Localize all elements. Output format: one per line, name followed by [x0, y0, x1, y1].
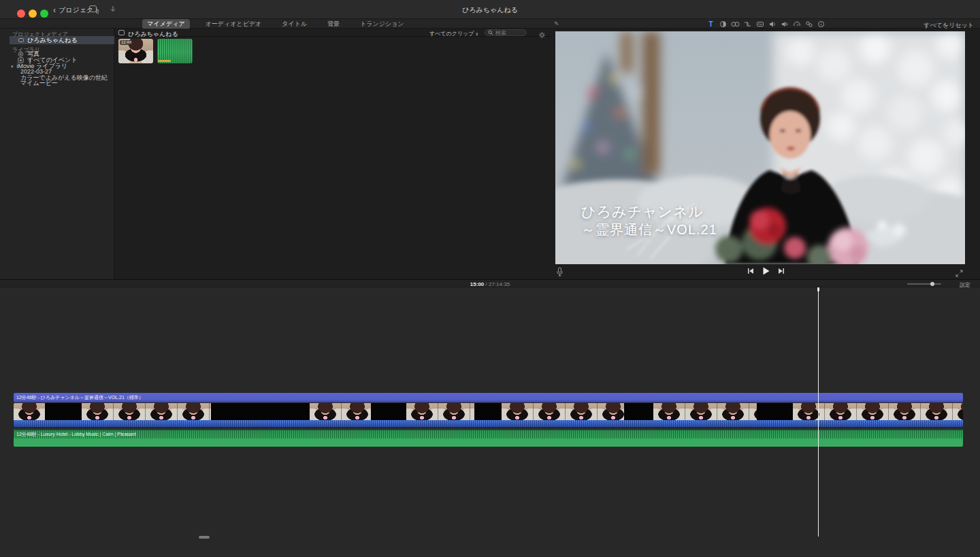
- title-line-2: ～霊界通信～VOL.21: [581, 221, 717, 238]
- filmstrip-thumbnail: [793, 403, 825, 420]
- background-music-clip[interactable]: 12分48秒 - Luxury Hotel - Lobby Music | Ca…: [14, 429, 963, 447]
- filmstrip-thumbnail: [310, 403, 342, 420]
- filmstrip-thumbnail: [438, 403, 470, 420]
- filmstrip-segment: [653, 403, 757, 420]
- imovie-window: ‹ プロジェクト 2 ひろみちゃんねる マイメディア オーディオとビデオ タイト…: [0, 0, 980, 557]
- filmstrip-thumbnail: [82, 403, 114, 420]
- video-audio-waveform: [14, 420, 963, 427]
- clip-duration-badge: 12:48: [120, 40, 133, 45]
- color-balance-icon[interactable]: [719, 20, 728, 28]
- filmstrip-thumbnail: [825, 403, 857, 420]
- filmstrip-gap: [45, 403, 82, 420]
- viewer-title-overlay: ひろみチャンネル ～霊界通信～VOL.21: [581, 203, 717, 238]
- title-clip[interactable]: 12分48秒 - ひろみチャンネル～霊界通信～VOL.21（標準）: [14, 393, 963, 402]
- filmstrip-gap: [474, 403, 502, 420]
- color-correction-icon[interactable]: [731, 20, 740, 28]
- skip-forward-icon[interactable]: [777, 267, 786, 275]
- sidebar-label: マイムービー: [20, 79, 58, 88]
- timecode-total: / 27:14:35: [486, 281, 510, 287]
- playhead[interactable]: [818, 287, 819, 537]
- music-waveform: [14, 429, 963, 439]
- media-tabs: マイメディア オーディオとビデオ タイトル 背景 トランジション: [0, 19, 551, 29]
- filmstrip-thumbnail: [653, 403, 685, 420]
- search-input[interactable]: [495, 30, 523, 36]
- project-clip-icon: [18, 37, 24, 44]
- info-icon[interactable]: [817, 20, 826, 28]
- filmstrip-thumbnail: [566, 403, 598, 420]
- settings-gear-icon[interactable]: [538, 29, 546, 37]
- timecode-current: 15:00: [470, 281, 484, 287]
- filmstrip-thumbnail: [342, 403, 371, 420]
- noise-reduction-icon[interactable]: [780, 20, 789, 28]
- play-icon[interactable]: [761, 267, 770, 275]
- title-line-1: ひろみチャンネル: [581, 203, 717, 221]
- filmstrip-thumbnail: [406, 403, 438, 420]
- filmstrip-gap: [757, 403, 793, 420]
- tab-my-media[interactable]: マイメディア: [142, 19, 189, 29]
- video-viewer[interactable]: ひろみチャンネル ～霊界通信～VOL.21: [555, 31, 965, 264]
- browser-tabbar: マイメディア オーディオとビデオ タイトル 背景 トランジション ✎ T すべて…: [0, 19, 980, 29]
- filmstrip-thumbnail: [953, 403, 963, 420]
- filmstrip-thumbnail: [502, 403, 534, 420]
- playback-controls: [551, 267, 980, 275]
- timeline[interactable]: 12分48秒 - ひろみチャンネル～霊界通信～VOL.21（標準） 12分48秒…: [0, 287, 980, 557]
- browser-title: ひろみちゃんねる: [128, 30, 178, 39]
- timecode-display: 15:00 / 27:14:35: [0, 281, 980, 287]
- window-title: ひろみちゃんねる: [0, 5, 980, 15]
- filter-label: すべてのクリップ: [429, 30, 474, 37]
- filmstrip-thumbnail: [114, 403, 146, 420]
- video-filmstrip: [14, 403, 963, 420]
- filmstrip-thumbnail: [598, 403, 624, 420]
- tab-audio-video[interactable]: オーディオとビデオ: [201, 19, 267, 29]
- filmstrip-gap: [624, 403, 653, 420]
- filmstrip-thumbnail: [534, 403, 566, 420]
- edit-tool-icon[interactable]: ✎: [554, 20, 562, 28]
- sidebar-item-project[interactable]: ひろみちゃんねる: [10, 36, 114, 44]
- clip-used-marker: [158, 60, 171, 62]
- transport-bar: [551, 264, 980, 281]
- slider-knob[interactable]: [930, 282, 934, 286]
- browser-video-clip[interactable]: 12:48: [118, 39, 153, 63]
- filmstrip-thumbnail: [146, 403, 178, 420]
- tab-transitions[interactable]: トランジション: [355, 19, 408, 29]
- music-clip-label: 12分48秒 - Luxury Hotel - Lobby Music | Ca…: [16, 431, 136, 438]
- filmstrip-segment: [82, 403, 211, 420]
- search-icon: [488, 30, 493, 35]
- filmstrip-thumbnail: [921, 403, 953, 420]
- clip-filter-dropdown[interactable]: すべてのクリップ ▴▾: [429, 30, 478, 37]
- search-field[interactable]: [485, 29, 527, 36]
- filmstrip-thumbnail: [749, 403, 757, 420]
- timeline-scrollbar[interactable]: [199, 536, 210, 539]
- title-settings-icon[interactable]: T: [706, 20, 715, 28]
- window-titlebar: ‹ プロジェクト 2 ひろみちゃんねる: [0, 0, 980, 19]
- effects-icon[interactable]: [804, 20, 813, 28]
- viewer-pane: ひろみチャンネル ～霊界通信～VOL.21: [551, 29, 980, 281]
- tab-backgrounds[interactable]: 背景: [323, 19, 344, 29]
- filmstrip-thumbnail: [14, 403, 45, 420]
- browser-header: ひろみちゃんねる すべてのクリップ ▴▾: [115, 29, 551, 37]
- sidebar-item-my-movie[interactable]: マイムービー: [20, 79, 58, 88]
- thumbnail-zoom-slider[interactable]: [907, 283, 941, 285]
- adjustment-toolbar: T: [706, 19, 826, 29]
- clip-frame-icon: [118, 30, 125, 35]
- video-clip-track[interactable]: [14, 403, 963, 427]
- crop-icon[interactable]: [743, 20, 752, 28]
- filmstrip-segment: [406, 403, 474, 420]
- filmstrip-thumbnail: [889, 403, 921, 420]
- browser-audio-clip[interactable]: [157, 39, 193, 63]
- filmstrip-thumbnail: [178, 403, 210, 420]
- speed-icon[interactable]: [792, 20, 801, 28]
- libraries-sidebar: プロジェクトメディア ひろみちゃんねる ライブラリ 写真 すべてのイベント ▾ …: [0, 29, 114, 281]
- skip-back-icon[interactable]: [745, 267, 755, 275]
- stabilization-icon[interactable]: [755, 20, 764, 28]
- volume-icon[interactable]: [768, 20, 777, 28]
- playhead-handle[interactable]: [817, 287, 819, 291]
- chevron-down-icon[interactable]: ▾: [11, 64, 14, 69]
- filmstrip-gap: [371, 403, 406, 420]
- fullscreen-icon[interactable]: [956, 268, 964, 276]
- project-name: ひろみちゃんねる: [27, 36, 78, 45]
- timeline-toolbar: 15:00 / 27:14:35 設定: [0, 279, 980, 287]
- tab-titles[interactable]: タイトル: [277, 19, 312, 29]
- title-clip-label: 12分48秒 - ひろみチャンネル～霊界通信～VOL.21（標準）: [16, 394, 144, 401]
- chevron-updown-icon: ▴▾: [476, 32, 478, 36]
